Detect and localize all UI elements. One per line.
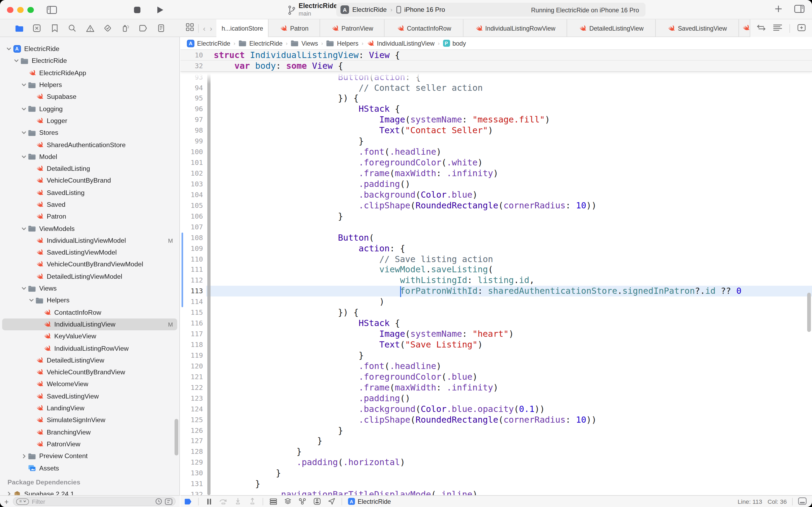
- line-number[interactable]: 108: [180, 232, 204, 243]
- code-line-94[interactable]: 94 // Contact seller action: [180, 82, 812, 93]
- code-line-32[interactable]: 32 var body: some View {: [180, 61, 812, 72]
- code-line-110[interactable]: 110 // Save listing action: [180, 254, 812, 265]
- line-number[interactable]: 101: [180, 157, 204, 168]
- scheme-name[interactable]: ElectricRide: [352, 6, 387, 13]
- sidebar-item-helpers[interactable]: Helpers: [0, 79, 179, 91]
- add-tab-plus-icon[interactable]: [774, 5, 782, 15]
- sidebar-item-saved[interactable]: Saved: [0, 199, 179, 211]
- tab-patronview[interactable]: PatronView: [321, 19, 385, 37]
- sidebar-item-electricrideapp[interactable]: ElectricRideApp: [0, 67, 179, 79]
- line-number[interactable]: 119: [180, 350, 204, 361]
- sidebar-item-views[interactable]: Views: [0, 282, 179, 295]
- disclosure-open-icon[interactable]: [20, 107, 27, 110]
- minimap-lines-icon[interactable]: [773, 23, 782, 33]
- code-line-132[interactable]: 132 .navigationBarTitleDisplayMode(.inli…: [180, 489, 812, 495]
- line-number[interactable]: 104: [180, 189, 204, 200]
- simulate-location-icon[interactable]: [327, 497, 336, 506]
- sidebar-item-detailedlistingview[interactable]: DetailedListingView: [0, 354, 179, 366]
- code-line-103[interactable]: 103 .padding(): [180, 179, 812, 189]
- code-line-93[interactable]: 93 Button(action: {: [180, 72, 812, 82]
- code-line-97[interactable]: 97 Image(systemName: "message.fill"): [180, 115, 812, 125]
- code-review-icon[interactable]: [757, 23, 766, 33]
- breadcrumb-item-electricride[interactable]: AElectricRide: [187, 40, 230, 47]
- code-line-105[interactable]: 105 .clipShape(RoundedRectangle(cornerRa…: [180, 200, 812, 211]
- tests-navigator-icon[interactable]: [103, 23, 113, 33]
- sidebar-item-keyvalueview[interactable]: KeyValueView: [0, 330, 179, 342]
- line-number[interactable]: 123: [180, 393, 204, 404]
- sidebar-item-detailedlisting[interactable]: DetailedListing: [0, 163, 179, 175]
- line-number[interactable]: 131: [180, 478, 204, 489]
- changed-files-icon[interactable]: [165, 498, 172, 505]
- sidebar-item-savedlisting[interactable]: SavedListing: [0, 187, 179, 199]
- add-editor-icon[interactable]: [798, 23, 806, 33]
- sidebar-item-viewmodels[interactable]: ViewModels: [0, 223, 179, 235]
- disclosure-closed-icon[interactable]: [20, 454, 27, 458]
- stop-button[interactable]: [131, 5, 142, 14]
- line-number[interactable]: 116: [180, 318, 204, 329]
- view-hierarchy-icon[interactable]: [269, 497, 278, 506]
- code-line-129[interactable]: 129 .padding(.horizontal): [180, 457, 812, 468]
- code-line-114[interactable]: 114 ): [180, 297, 812, 307]
- back-icon[interactable]: ‹: [203, 24, 206, 33]
- sidebar-item-electricride[interactable]: AElectricRide: [0, 43, 179, 55]
- line-number[interactable]: 97: [180, 115, 204, 125]
- package-item-supabase-2-24-1[interactable]: Supabase 2.24.1: [0, 488, 179, 495]
- recent-files-clock-icon[interactable]: [155, 498, 162, 505]
- sidebar-item-vehiclecountbybrandviewmodel[interactable]: VehicleCountByBrandViewModel: [0, 259, 179, 271]
- sidebar-item-preview-content[interactable]: Preview Content: [0, 450, 179, 462]
- code-line-99[interactable]: 99 }: [180, 136, 812, 147]
- line-number[interactable]: 120: [180, 361, 204, 372]
- line-number[interactable]: 124: [180, 404, 204, 414]
- sidebar-item-welcomeview[interactable]: WelcomeView: [0, 378, 179, 390]
- close-window-button[interactable]: [7, 7, 13, 13]
- line-number[interactable]: 114: [180, 297, 204, 307]
- line-number[interactable]: 128: [180, 447, 204, 457]
- code-line-106[interactable]: 106 }: [180, 211, 812, 222]
- code-line-98[interactable]: 98 Text("Contact Seller"): [180, 125, 812, 136]
- code-line-10[interactable]: 10struct IndividualListingView: View {: [180, 50, 812, 61]
- tab-patron[interactable]: Patron: [269, 19, 321, 37]
- step-into-icon[interactable]: [234, 497, 242, 506]
- code-line-101[interactable]: 101 .foregroundColor(.white): [180, 157, 812, 168]
- sidebar-item-branchingview[interactable]: BranchingView: [0, 426, 179, 438]
- line-number[interactable]: 110: [180, 254, 204, 265]
- fold-ribbon[interactable]: [207, 72, 211, 495]
- sidebar-item-model[interactable]: Model: [0, 151, 179, 163]
- disclosure-open-icon[interactable]: [20, 287, 27, 290]
- line-number[interactable]: 102: [180, 168, 204, 179]
- sidebar-item-savedlistingview[interactable]: SavedListingView: [0, 390, 179, 402]
- code-line-109[interactable]: 109 action: {: [180, 243, 812, 254]
- zoom-window-button[interactable]: [27, 7, 34, 13]
- sidebar-item-patronview[interactable]: PatronView: [0, 438, 179, 450]
- tab-savedlistingview[interactable]: SavedListingView: [656, 19, 739, 37]
- code-line-131[interactable]: 131 }: [180, 478, 812, 489]
- code-line-104[interactable]: 104 .background(Color.blue): [180, 189, 812, 200]
- sidebar-item-assets[interactable]: Assets: [0, 462, 179, 474]
- bookmarks-navigator-icon[interactable]: [50, 23, 59, 33]
- line-number[interactable]: 98: [180, 125, 204, 136]
- line-number[interactable]: 132: [180, 489, 204, 495]
- filter-field[interactable]: ≡ Filter: [13, 497, 176, 506]
- code-line-102[interactable]: 102 .frame(maxWidth: .infinity): [180, 168, 812, 179]
- disclosure-open-icon[interactable]: [20, 227, 27, 230]
- line-number[interactable]: 121: [180, 372, 204, 382]
- environment-overrides-icon[interactable]: [312, 497, 321, 506]
- toggle-right-sidebar-icon[interactable]: [794, 5, 805, 15]
- code-line-121[interactable]: 121 .foregroundColor(.blue): [180, 372, 812, 382]
- issues-navigator-icon[interactable]: [85, 23, 95, 33]
- scheme-selector[interactable]: A ElectricRide › iPhone 16 Pro Running E…: [336, 3, 645, 17]
- disclosure-open-icon[interactable]: [20, 155, 27, 158]
- code-line-108[interactable]: 108 Button(: [180, 232, 812, 243]
- tab-detailedlistingview[interactable]: DetailedListingView: [567, 19, 656, 37]
- sidebar-item-contactinforow[interactable]: ContactInfoRow: [0, 306, 179, 319]
- line-number[interactable]: 100: [180, 147, 204, 157]
- run-button[interactable]: [155, 5, 165, 14]
- process-info-icon[interactable]: [298, 497, 307, 506]
- sidebar-item-stores[interactable]: Stores: [0, 127, 179, 139]
- line-number[interactable]: 96: [180, 104, 204, 115]
- breadcrumb-item-views[interactable]: Views: [291, 40, 318, 47]
- sidebar-item-logger[interactable]: Logger: [0, 115, 179, 127]
- code-line-130[interactable]: 130 }: [180, 468, 812, 479]
- breadcrumb-item-individuallistingview[interactable]: IndividualListingView: [367, 40, 435, 47]
- breadcrumb-item-body[interactable]: Pbody: [443, 40, 466, 47]
